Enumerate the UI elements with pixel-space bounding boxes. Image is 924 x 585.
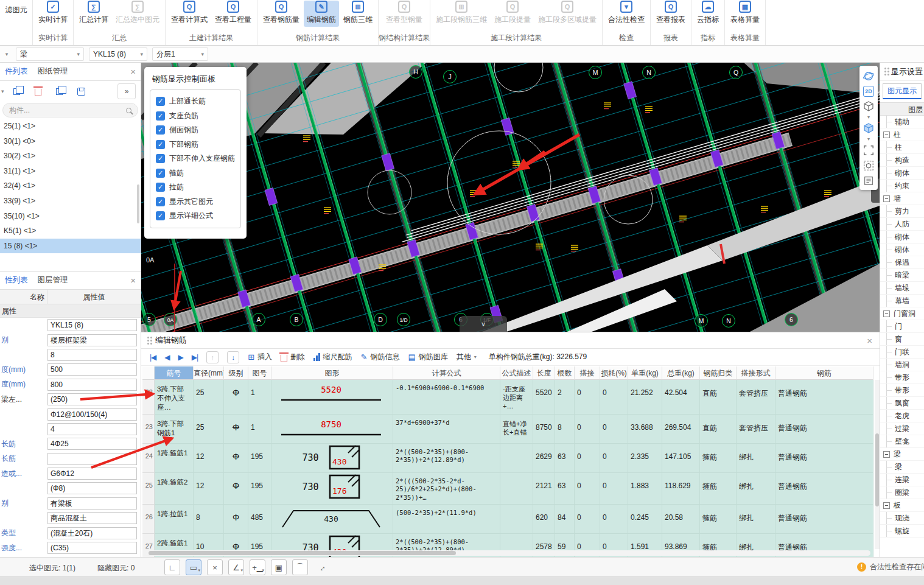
- measure-tool[interactable]: +▁▾: [250, 559, 265, 575]
- cross-select-tool[interactable]: ×: [207, 559, 223, 575]
- ribbon-button-查看计算式[interactable]: Q查看计算式: [168, 1, 211, 27]
- mini-dropdown[interactable]: ▾: [1, 47, 12, 61]
- layer-tree-item[interactable]: 窗: [880, 333, 924, 346]
- cell-lap-type[interactable]: 绑扎: [737, 505, 775, 534]
- checkbox-checked-icon[interactable]: ✓: [156, 125, 165, 135]
- component-list-item[interactable]: 30(2) <1>: [0, 149, 141, 164]
- component-list-item[interactable]: 15 (8) <1>: [0, 239, 141, 254]
- cell-total-weight[interactable]: 42.504: [662, 380, 700, 415]
- layer-tree-item[interactable]: 保温: [880, 256, 924, 269]
- cell-rebar-name[interactable]: 3跨.下部钢筋1: [155, 415, 194, 444]
- ortho-tool[interactable]: ∟: [164, 559, 180, 575]
- checkbox-checked-icon[interactable]: ✓: [156, 197, 165, 206]
- bottom-collapse-tab[interactable]: ∨: [460, 316, 507, 332]
- checkbox-checked-icon[interactable]: ✓: [156, 211, 165, 220]
- chevron-down-icon[interactable]: ▾: [867, 137, 870, 142]
- cell-formula-desc[interactable]: [500, 505, 533, 534]
- cell-formula[interactable]: 2*(((500-2*35-2*d-25)/6*2+25+2*d)+(800-2…: [393, 473, 500, 505]
- rebar-option[interactable]: ✓下部不伸入支座钢筋: [156, 152, 235, 166]
- cell-level[interactable]: Φ: [224, 380, 248, 415]
- cell-quantity[interactable]: 63: [555, 473, 575, 505]
- cell-unit-weight[interactable]: 33.688: [628, 415, 662, 444]
- isolate-box-icon[interactable]: [862, 159, 875, 172]
- column-header-计算公式[interactable]: 计算公式: [393, 366, 500, 380]
- column-header-搭接形式[interactable]: 搭接形式: [737, 366, 775, 380]
- save-icon[interactable]: [77, 88, 85, 96]
- property-value-field[interactable]: (混凝土20石): [47, 527, 137, 539]
- ribbon-button-施工段提量[interactable]: Q施工段提量: [491, 1, 534, 27]
- rebar-option[interactable]: ✓箍筋: [156, 166, 235, 181]
- cell-length[interactable]: 620: [533, 505, 555, 534]
- column-header-根数[interactable]: 根数: [555, 366, 575, 380]
- fullscreen-tool[interactable]: ↔: [313, 559, 329, 575]
- viewport-3d[interactable]: HJMNQ 50AABD1/D61/FMN6 0A 钢筋显示控制面板 ✓上部通长…: [141, 63, 880, 332]
- cell-total-weight[interactable]: 147.105: [662, 444, 700, 473]
- column-header-钢筋归类[interactable]: 钢筋归类: [700, 366, 737, 380]
- checkbox-checked-icon[interactable]: ✓: [156, 183, 165, 192]
- cell-category[interactable]: 箍筋: [700, 473, 737, 505]
- cell-formula-desc[interactable]: [500, 473, 533, 505]
- column-header-损耗(%)[interactable]: 损耗(%): [600, 366, 628, 380]
- cell-shape[interactable]: 730176: [271, 473, 393, 505]
- layer-tree-item[interactable]: 飘窗: [880, 397, 924, 410]
- cell-formula[interactable]: -0.1*6900+6900-0.1*6900: [393, 380, 500, 415]
- layer-tree-item[interactable]: 带形: [880, 384, 924, 397]
- cell-formula-desc[interactable]: 直锚+净长+直锚: [500, 415, 533, 444]
- cell-category[interactable]: 箍筋: [700, 444, 737, 473]
- cell-level[interactable]: Φ: [224, 415, 248, 444]
- cell-loss[interactable]: 0: [600, 505, 628, 534]
- column-header-公式描述[interactable]: 公式描述: [500, 366, 533, 380]
- cell-steel-type[interactable]: 普通钢筋: [775, 380, 873, 415]
- column-header-长度[interactable]: 长度: [533, 366, 555, 380]
- ribbon-button-合法性检查[interactable]: ▼合法性检查: [605, 1, 648, 27]
- ribbon-button-云指标[interactable]: ☁云指标: [694, 1, 722, 27]
- element-type-select[interactable]: 梁▾: [16, 47, 84, 61]
- checkbox-checked-icon[interactable]: ✓: [156, 169, 165, 178]
- orbit-icon[interactable]: [862, 69, 875, 83]
- ribbon-button-编辑钢筋[interactable]: ✎编辑钢筋: [304, 1, 339, 27]
- layer-tree-item[interactable]: 辅助: [880, 116, 924, 128]
- close-icon[interactable]: ×: [130, 66, 136, 77]
- column-header-直径(mm)[interactable]: 直径(mm): [194, 366, 224, 380]
- table-row[interactable]: 251跨.箍筋212Φ1957301762*(((500-2*35-2*d-25…: [142, 473, 873, 505]
- angle-tool[interactable]: ∠▾: [228, 559, 244, 575]
- property-value-field[interactable]: 商品混凝土: [47, 512, 137, 524]
- cell-steel-type[interactable]: 普通钢筋: [775, 415, 873, 444]
- checkbox-checked-icon[interactable]: ✓: [156, 97, 165, 106]
- cell-rebar-name[interactable]: 1跨.箍筋2: [155, 473, 194, 505]
- layer-tree-item[interactable]: 过梁: [880, 422, 924, 435]
- layer-tree-item[interactable]: 砌体: [880, 231, 924, 243]
- list-settings-icon[interactable]: [862, 174, 875, 187]
- layer-tree-item[interactable]: 幕墙: [880, 295, 924, 307]
- checkbox-checked-icon[interactable]: ✓: [156, 154, 165, 163]
- cell-unit-weight[interactable]: 1.883: [628, 473, 662, 505]
- cell-diameter[interactable]: 25: [194, 380, 224, 415]
- property-value-field[interactable]: [47, 453, 137, 465]
- ribbon-button-实时计算[interactable]: ✓实时计算: [35, 1, 71, 27]
- layer-tree-item[interactable]: 墙: [880, 192, 924, 205]
- first-record-button[interactable]: |◀: [150, 353, 156, 362]
- component-list-item[interactable]: K5(1) <1>: [0, 223, 141, 239]
- property-value-field[interactable]: (250): [47, 393, 137, 405]
- cell-level[interactable]: Φ: [224, 505, 248, 534]
- horizontal-scrollbar[interactable]: [146, 550, 870, 556]
- cell-quantity[interactable]: 63: [555, 444, 575, 473]
- move-up-button[interactable]: ↑: [206, 351, 219, 363]
- layer-tree-item[interactable]: 构造: [880, 154, 924, 167]
- layer-tree-item[interactable]: 砌体: [880, 167, 924, 180]
- rebar-option[interactable]: ✓上部通长筋: [156, 94, 235, 109]
- layer-tree-item[interactable]: 老虎: [880, 410, 924, 422]
- rebar-option[interactable]: ✓下部钢筋: [156, 138, 235, 152]
- cell-lap-type[interactable]: 绑扎: [737, 473, 775, 505]
- cell-lap-type[interactable]: 套管挤压: [737, 380, 775, 415]
- layer-tree-item[interactable]: 圈梁: [880, 486, 924, 499]
- ribbon-button-施工段钢筋三维[interactable]: ⊞施工段钢筋三维: [433, 1, 490, 27]
- scrollbar[interactable]: [137, 184, 139, 223]
- property-value-field[interactable]: (C35): [47, 542, 137, 554]
- column-header-gutter[interactable]: [142, 366, 155, 380]
- close-icon[interactable]: ×: [130, 275, 136, 285]
- cell-loss[interactable]: 0: [600, 415, 628, 444]
- collapse-icon[interactable]: [883, 502, 890, 509]
- next-record-button[interactable]: ▶: [178, 353, 183, 362]
- tab-element-display[interactable]: 图元显示: [883, 83, 922, 99]
